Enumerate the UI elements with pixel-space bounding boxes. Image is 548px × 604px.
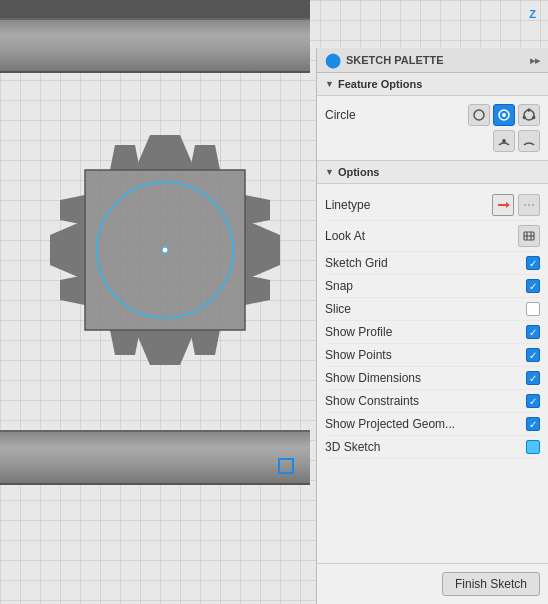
options-label: Options	[338, 166, 380, 178]
showpoints-label: Show Points	[325, 348, 526, 362]
option-row-3dsketch: 3D Sketch	[325, 436, 540, 459]
option-row-snap: Snap ✓	[325, 275, 540, 298]
circle-center-icon[interactable]	[493, 104, 515, 126]
showconstraints-checkbox[interactable]: ✓	[526, 394, 540, 408]
showdimensions-checkbox[interactable]: ✓	[526, 371, 540, 385]
feature-options-header: ▼ Feature Options	[317, 73, 548, 96]
circle-icon-group	[468, 104, 540, 126]
svg-point-21	[523, 117, 525, 119]
lookat-icon[interactable]	[518, 225, 540, 247]
linetype-label: Linetype	[325, 198, 492, 212]
svg-marker-1	[135, 135, 195, 170]
sketchgrid-checkbox[interactable]: ✓	[526, 256, 540, 270]
showprojected-label: Show Projected Geom...	[325, 417, 526, 431]
svg-marker-2	[110, 145, 140, 170]
options-triangle: ▼	[325, 167, 334, 177]
circle-arc1-icon[interactable]	[493, 130, 515, 152]
sketchgrid-label: Sketch Grid	[325, 256, 526, 270]
lookat-label: Look At	[325, 229, 518, 243]
svg-marker-6	[190, 330, 220, 355]
finish-sketch-container: Finish Sketch	[317, 563, 548, 604]
circle-arc2-icon[interactable]	[518, 130, 540, 152]
linetype-control	[492, 194, 540, 216]
showdimensions-label: Show Dimensions	[325, 371, 526, 385]
feature-options-triangle: ▼	[325, 79, 334, 89]
svg-point-18	[503, 114, 505, 116]
svg-marker-8	[60, 195, 85, 225]
circle-icon-row2	[325, 130, 540, 152]
svg-marker-12	[245, 275, 270, 305]
option-row-linetype: Linetype	[325, 190, 540, 221]
circle-label: Circle	[325, 108, 356, 122]
svg-marker-9	[60, 275, 85, 305]
option-row-showprojected: Show Projected Geom... ✓	[325, 413, 540, 436]
feature-options-body: Circle	[317, 96, 548, 161]
panel-title: SKETCH PALETTE	[346, 54, 444, 66]
svg-marker-10	[245, 220, 280, 280]
3dsketch-checkbox[interactable]	[526, 440, 540, 454]
linetype-construction-icon[interactable]	[518, 194, 540, 216]
options-header: ▼ Options	[317, 161, 548, 184]
showprofile-checkbox[interactable]: ✓	[526, 325, 540, 339]
circle-option-row: Circle	[325, 104, 540, 126]
lookat-control	[518, 225, 540, 247]
showconstraints-label: Show Constraints	[325, 394, 526, 408]
svg-point-22	[533, 117, 535, 119]
svg-point-20	[528, 109, 530, 111]
svg-marker-4	[135, 330, 195, 365]
linetype-solid-icon[interactable]	[492, 194, 514, 216]
selection-box-indicator	[278, 458, 294, 474]
finish-sketch-button[interactable]: Finish Sketch	[442, 572, 540, 596]
3dsketch-label: 3D Sketch	[325, 440, 526, 454]
option-row-showconstraints: Show Constraints ✓	[325, 390, 540, 413]
option-row-showdimensions: Show Dimensions ✓	[325, 367, 540, 390]
z-axis-indicator: Z	[529, 8, 536, 20]
snap-checkbox[interactable]: ✓	[526, 279, 540, 293]
feature-options-label: Feature Options	[338, 78, 422, 90]
option-row-sketchgrid: Sketch Grid ✓	[325, 252, 540, 275]
svg-marker-11	[245, 195, 270, 225]
option-row-showprofile: Show Profile ✓	[325, 321, 540, 344]
top-bar	[0, 0, 310, 18]
panel-dot-icon: ⬤	[325, 53, 341, 67]
svg-point-23	[503, 140, 505, 142]
showpoints-checkbox[interactable]: ✓	[526, 348, 540, 362]
slice-checkbox[interactable]	[526, 302, 540, 316]
option-row-lookat: Look At	[325, 221, 540, 252]
snap-label: Snap	[325, 279, 526, 293]
svg-marker-7	[50, 220, 85, 280]
panel-header: ⬤ SKETCH PALETTE ▸▸	[317, 48, 548, 73]
slice-label: Slice	[325, 302, 526, 316]
svg-marker-3	[190, 145, 220, 170]
showprofile-label: Show Profile	[325, 325, 526, 339]
panel-header-left: ⬤ SKETCH PALETTE	[325, 53, 444, 67]
svg-marker-5	[110, 330, 140, 355]
panel-expand-icon[interactable]: ▸▸	[530, 55, 540, 66]
circle-3pt-icon[interactable]	[518, 104, 540, 126]
svg-marker-25	[506, 202, 510, 208]
svg-point-15	[162, 247, 168, 253]
svg-point-16	[474, 110, 484, 120]
option-row-showpoints: Show Points ✓	[325, 344, 540, 367]
sketch-palette-panel: ⬤ SKETCH PALETTE ▸▸ ▼ Feature Options Ci…	[316, 48, 548, 604]
circle-outline-icon[interactable]	[468, 104, 490, 126]
option-row-slice: Slice	[325, 298, 540, 321]
showprojected-checkbox[interactable]: ✓	[526, 417, 540, 431]
gear-sketch	[20, 50, 310, 440]
options-body: Linetype Look At	[317, 184, 548, 563]
